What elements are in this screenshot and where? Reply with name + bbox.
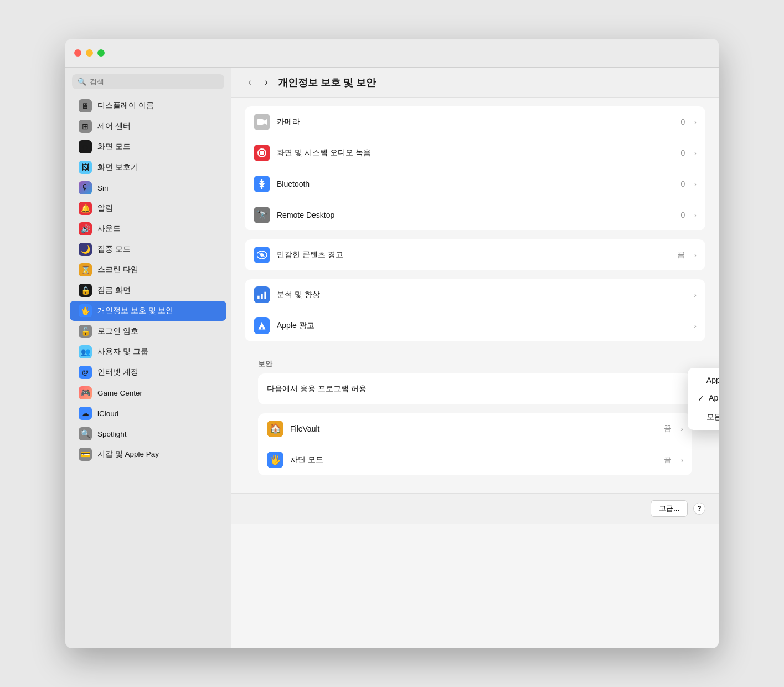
remote-desktop-chevron: › bbox=[694, 211, 697, 219]
sidebar-item-screen-time[interactable]: ⌛ 스크린 타임 bbox=[70, 260, 226, 280]
back-button[interactable]: ‹ bbox=[245, 75, 255, 89]
camera-icon bbox=[254, 114, 270, 130]
security-settings-group: 🏠 FileVault 끔 › 🖐 차단 모드 끔 › bbox=[258, 413, 692, 475]
sidebar-item-lock-screen[interactable]: 🔒 잠금 화면 bbox=[70, 280, 226, 300]
block-mode-row[interactable]: 🖐 차단 모드 끔 › bbox=[258, 444, 692, 475]
camera-row[interactable]: 카메라 0 › bbox=[245, 106, 705, 137]
remote-desktop-icon: 🔭 bbox=[254, 207, 270, 223]
analytics-row[interactable]: 분석 및 향상 › bbox=[245, 279, 705, 310]
maximize-button[interactable] bbox=[97, 49, 105, 57]
close-button[interactable] bbox=[74, 49, 81, 57]
filevault-row[interactable]: 🏠 FileVault 끔 › bbox=[258, 413, 692, 444]
title-bar bbox=[65, 39, 719, 68]
minimize-button[interactable] bbox=[86, 49, 93, 57]
check-icon bbox=[698, 376, 702, 384]
sidebar-item-label: 개인정보 보호 및 보안 bbox=[97, 306, 173, 316]
permissions-group: 카메라 0 › 화면 및 시스템 오디오 녹음 0 › bbox=[245, 106, 705, 230]
camera-label: 카메라 bbox=[277, 117, 674, 127]
block-mode-value: 끔 bbox=[664, 455, 672, 465]
login-password-icon: 🔓 bbox=[79, 325, 92, 338]
analytics-group: 분석 및 향상 › Apple 광고 › bbox=[245, 279, 705, 341]
page-title: 개인정보 보호 및 보안 bbox=[278, 76, 376, 89]
wallet-icon: 💳 bbox=[79, 448, 92, 461]
main-header: ‹ › 개인정보 보호 및 보안 bbox=[231, 68, 719, 98]
sidebar-item-focus-mode[interactable]: 🌙 집중 모드 bbox=[70, 239, 226, 259]
apple-ad-icon bbox=[254, 317, 270, 334]
sidebar-item-label: 인터넷 계정 bbox=[97, 367, 138, 377]
sidebar-item-game-center[interactable]: 🎮 Game Center bbox=[70, 383, 226, 403]
sidebar-item-label: 사운드 bbox=[97, 224, 121, 234]
forward-button[interactable]: › bbox=[261, 75, 271, 89]
help-button[interactable]: ? bbox=[693, 503, 705, 515]
dropdown-item-app-store[interactable]: App Store bbox=[688, 371, 719, 389]
lock-screen-icon: 🔒 bbox=[79, 284, 92, 297]
app-allow-dropdown[interactable]: App Store ✓ App Store 및 알려진 개발자 모든 곳 bbox=[688, 368, 719, 430]
settings-list: 카메라 0 › 화면 및 시스템 오디오 녹음 0 › bbox=[231, 98, 719, 493]
search-input[interactable] bbox=[90, 78, 219, 86]
dropdown-item-label: App Store bbox=[706, 376, 719, 384]
bluetooth-label: Bluetooth bbox=[277, 180, 674, 188]
sidebar-item-privacy-security[interactable]: 🖐 개인정보 보호 및 보안 bbox=[70, 301, 226, 321]
sidebar-item-alarm[interactable]: 🔔 알림 bbox=[70, 198, 226, 218]
sidebar-item-label: 집중 모드 bbox=[97, 244, 131, 254]
sensitive-row[interactable]: 민감한 콘텐츠 경고 끔 › bbox=[245, 239, 705, 270]
window-controls bbox=[74, 49, 105, 57]
block-mode-label: 차단 모드 bbox=[290, 455, 657, 465]
svg-point-3 bbox=[260, 151, 264, 155]
remote-desktop-row[interactable]: 🔭 Remote Desktop 0 › bbox=[245, 199, 705, 230]
sensitive-label: 민감한 콘텐츠 경고 bbox=[277, 250, 670, 260]
filevault-icon: 🏠 bbox=[267, 421, 283, 437]
screen-record-row[interactable]: 화면 및 시스템 오디오 녹음 0 › bbox=[245, 137, 705, 168]
apple-ad-label: Apple 광고 bbox=[277, 321, 687, 331]
screen-record-value: 0 bbox=[681, 148, 685, 157]
search-box[interactable]: 🔍 bbox=[72, 74, 224, 89]
main-content: ‹ › 개인정보 보호 및 보안 카메라 0 bbox=[231, 68, 719, 648]
svg-rect-9 bbox=[261, 294, 263, 299]
sidebar-item-label: 화면 보호기 bbox=[97, 162, 138, 172]
sidebar-item-display-name[interactable]: 🖥 디스플레이 이름 bbox=[70, 96, 226, 116]
sidebar-item-wallet[interactable]: 💳 지갑 및 Apple Pay bbox=[70, 444, 226, 464]
check-icon bbox=[698, 413, 702, 422]
sidebar-item-users-groups[interactable]: 👥 사용자 및 그룹 bbox=[70, 342, 226, 362]
block-mode-chevron: › bbox=[680, 455, 683, 464]
sidebar-item-screen-mode[interactable]: ◉ 화면 모드 bbox=[70, 137, 226, 157]
dropdown-item-label: App Store 및 알려진 개발자 bbox=[709, 393, 719, 403]
bottom-bar: 고급... ? bbox=[231, 493, 719, 524]
sidebar-item-label: 사용자 및 그룹 bbox=[97, 347, 148, 357]
screen-saver-icon: 🖼 bbox=[79, 161, 92, 174]
security-section-header: 보안 bbox=[245, 350, 705, 373]
sensitive-group: 민감한 콘텐츠 경고 끔 › bbox=[245, 239, 705, 270]
advanced-button[interactable]: 고급... bbox=[651, 500, 688, 517]
app-allow-label: 다음에서 응용 프로그램 허용 bbox=[267, 384, 367, 394]
siri-icon: 🎙 bbox=[79, 181, 92, 194]
check-icon: ✓ bbox=[698, 394, 704, 403]
sidebar-item-login-password[interactable]: 🔓 로그인 암호 bbox=[70, 321, 226, 341]
apple-ad-row[interactable]: Apple 광고 › bbox=[245, 310, 705, 341]
dropdown-item-everywhere[interactable]: 모든 곳 bbox=[688, 408, 719, 427]
sidebar-item-siri[interactable]: 🎙 Siri bbox=[70, 178, 226, 198]
sound-icon: 🔊 bbox=[79, 222, 92, 235]
sidebar-item-icloud[interactable]: ☁ iCloud bbox=[70, 403, 226, 423]
sidebar-item-label: Spotlight bbox=[97, 430, 127, 438]
screen-record-icon bbox=[254, 145, 270, 161]
sidebar-item-sound[interactable]: 🔊 사운드 bbox=[70, 219, 226, 239]
screen-record-label: 화면 및 시스템 오디오 녹음 bbox=[277, 148, 674, 158]
sidebar-item-label: 화면 모드 bbox=[97, 142, 131, 152]
sidebar-item-control-center[interactable]: ⊞ 제어 센터 bbox=[70, 116, 226, 136]
dropdown-item-app-store-known[interactable]: ✓ App Store 및 알려진 개발자 bbox=[688, 389, 719, 408]
bluetooth-row[interactable]: Bluetooth 0 › bbox=[245, 168, 705, 199]
svg-rect-8 bbox=[257, 295, 260, 298]
app-allow-row[interactable]: 다음에서 응용 프로그램 허용 App Store ✓ App Store 및 … bbox=[258, 373, 692, 404]
internet-accounts-icon: @ bbox=[79, 366, 92, 379]
game-center-icon: 🎮 bbox=[79, 386, 92, 399]
sidebar-item-spotlight[interactable]: 🔍 Spotlight bbox=[70, 424, 226, 444]
sidebar-item-screen-saver[interactable]: 🖼 화면 보호기 bbox=[70, 157, 226, 177]
sidebar-item-internet-accounts[interactable]: @ 인터넷 계정 bbox=[70, 362, 226, 382]
content-area: 🔍 🖥 디스플레이 이름 ⊞ 제어 센터 ◉ 화면 모드 🖼 화면 보호기 bbox=[65, 68, 719, 648]
svg-rect-10 bbox=[264, 291, 266, 298]
bluetooth-chevron: › bbox=[694, 180, 697, 188]
svg-rect-12 bbox=[261, 327, 262, 329]
alarm-icon: 🔔 bbox=[79, 202, 92, 215]
sidebar-item-label: 제어 센터 bbox=[97, 121, 131, 131]
control-center-icon: ⊞ bbox=[79, 120, 92, 133]
